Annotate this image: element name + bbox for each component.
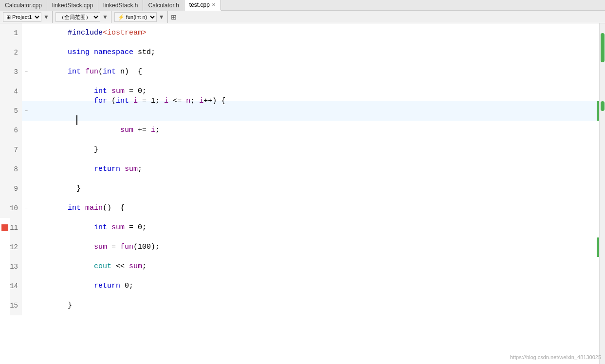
line-num-15: 15 [10,296,22,315]
line-num-11: 11 [10,218,22,237]
scrollbar[interactable] [599,23,605,364]
tab-test-cpp[interactable]: test.cpp ✕ [184,0,221,11]
line-num-7: 7 [0,140,22,160]
svg-point-0 [1,224,8,231]
fold-3[interactable]: − [22,70,31,75]
scrollbar-thumb2[interactable] [601,101,605,111]
function-selector[interactable]: ⚡ fun(int n) ▼ [111,11,168,23]
line-num-3: 3 [0,62,22,82]
line-8: 8 return sum; [0,160,599,179]
line-num-5: 5 [0,101,22,121]
line-num-12: 12 [10,237,22,257]
toolbar-bar: ⊞ Project1 ▼ （全局范围） ▼ ⚡ fun(int n) ▼ ⊞ [0,11,605,23]
tab-calculator-h[interactable]: Calculator.h [143,0,184,11]
line-num-13: 13 [10,257,22,276]
expand-button[interactable]: ⊞ [168,13,180,21]
line-15: 15 } [0,296,599,315]
close-tab-icon[interactable]: ✕ [212,2,216,7]
fold-10[interactable]: − [22,206,31,211]
tab-linkedstack-cpp[interactable]: linkedStack.cpp [47,0,98,11]
line-num-14: 14 [10,276,22,296]
line-num-4: 4 [0,82,22,101]
project-selector[interactable]: ⊞ Project1 ▼ [0,11,53,23]
fold-5[interactable]: − [22,109,31,114]
tab-linkedstack-h[interactable]: linkedStack.h [98,0,143,11]
code-text-15: } [31,276,72,335]
line-num-10: 10 [0,199,22,218]
function-dropdown[interactable]: ⚡ fun(int n) [114,12,157,22]
scope-selector[interactable]: （全局范围） ▼ [53,11,111,23]
function-dropdown-icon[interactable]: ▼ [159,14,165,20]
scope-dropdown[interactable]: （全局范围） [55,12,100,22]
project-dropdown[interactable]: ⊞ Project1 [3,12,41,22]
breakpoint-icon [1,224,8,231]
line-num-6: 6 [0,121,22,140]
line-14: 14 return 0; [0,276,599,296]
line-num-8: 8 [0,160,22,179]
scope-dropdown-icon[interactable]: ▼ [102,14,108,20]
code-area[interactable]: 1 #include<iostream> 2 using namespace s… [0,23,599,364]
line-num-9: 9 [0,179,22,199]
scrollbar-thumb[interactable] [601,33,605,62]
line-num-1: 1 [0,23,22,43]
dropdown-icon[interactable]: ▼ [43,14,49,20]
tab-bar: Calculator.cpp linkedStack.cpp linkedSta… [0,0,605,11]
line-num-2: 2 [0,43,22,62]
editor-container: 1 #include<iostream> 2 using namespace s… [0,23,605,364]
tab-calculator-cpp[interactable]: Calculator.cpp [0,0,47,11]
watermark: https://blog.csdn.net/weixin_48130025 [510,354,601,360]
